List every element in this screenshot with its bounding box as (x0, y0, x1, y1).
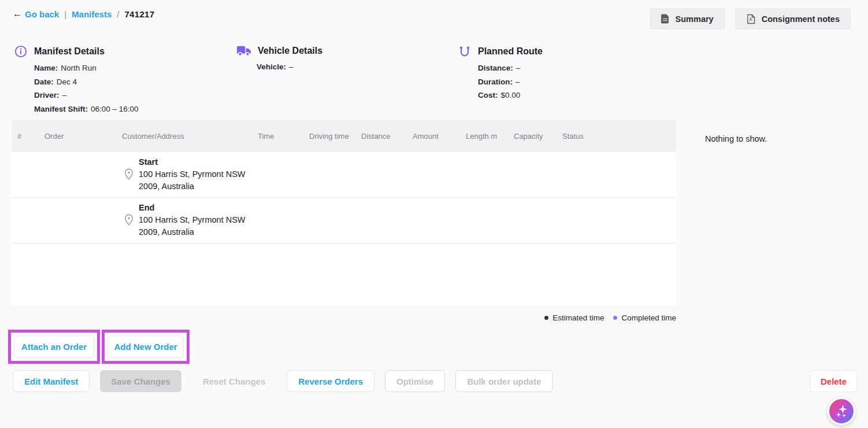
route-icon (458, 45, 471, 58)
legend-completed: Completed time (613, 313, 676, 322)
go-back-label: Go back (25, 9, 59, 19)
truck-icon (237, 45, 251, 57)
delete-button[interactable]: Delete (810, 370, 858, 392)
route-distance-field: Distance:– (478, 64, 543, 72)
col-length: Length m (466, 132, 514, 141)
pdf-file-icon (747, 14, 755, 24)
col-order: Order (44, 132, 122, 141)
time-legend: Estimated time Completed time (544, 313, 676, 322)
add-new-order-highlight-box: Add New Order (102, 330, 190, 364)
manifest-name-field: Name:North Run (34, 64, 139, 72)
completed-dot-icon (613, 316, 617, 320)
document-icon (661, 14, 669, 24)
summary-label: Summary (676, 14, 714, 24)
edit-manifest-button[interactable]: Edit Manifest (13, 370, 90, 392)
table-row-start[interactable]: Start 100 Harris St, Pyrmont NSW 2009, A… (12, 152, 676, 198)
stop-type-label: End (139, 202, 248, 214)
section-title: Vehicle Details (258, 46, 322, 56)
col-number: # (17, 132, 44, 141)
section-title: Planned Route (478, 46, 543, 57)
orders-table: # Order Customer/Address Time Driving ti… (12, 120, 676, 305)
breadcrumb: ← Go back | Manifests / 741217 (13, 9, 154, 19)
manifest-id: 741217 (124, 9, 154, 19)
info-icon (14, 45, 27, 58)
stop-type-label: Start (139, 156, 248, 168)
manifest-shift-field: Manifest Shift:06:00 – 16:00 (34, 105, 139, 113)
breadcrumb-separator: / (117, 9, 119, 19)
location-pin-icon (124, 168, 134, 193)
vehicle-field: Vehicle:– (257, 62, 322, 71)
attach-order-highlight-box: Attach an Order (8, 330, 100, 364)
col-driving-time: Driving time (309, 132, 361, 141)
reset-changes-button[interactable]: Reset Changes (192, 370, 276, 392)
legend-estimated: Estimated time (544, 313, 604, 322)
manifests-link[interactable]: Manifests (72, 9, 112, 19)
attach-an-order-button[interactable]: Attach an Order (14, 335, 94, 358)
header-actions: Summary Consignment notes (650, 8, 851, 29)
location-pin-icon (124, 214, 134, 238)
add-new-order-button[interactable]: Add New Order (107, 335, 184, 358)
vehicle-details-section: Vehicle Details Vehicle:– (237, 45, 322, 76)
section-title: Manifest Details (34, 46, 105, 57)
table-header-row: # Order Customer/Address Time Driving ti… (12, 120, 676, 152)
consignment-notes-label: Consignment notes (762, 14, 840, 24)
ai-assistant-button[interactable] (828, 397, 855, 425)
go-back-link[interactable]: ← Go back (13, 9, 59, 19)
col-customer-address: Customer/Address (122, 132, 258, 141)
col-status: Status (562, 132, 676, 141)
col-capacity: Capacity (514, 132, 562, 141)
planned-route-section: Planned Route Distance:– Duration:– Cost… (458, 45, 543, 105)
estimated-dot-icon (544, 316, 548, 320)
optimise-button[interactable]: Optimise (385, 370, 445, 392)
route-cost-field: Cost:$0.00 (478, 91, 543, 99)
footer-actions: Edit Manifest Save Changes Reset Changes… (13, 370, 553, 392)
stop-address: 100 Harris St, Pyrmont NSW 2009, Austral… (139, 214, 248, 238)
col-distance: Distance (361, 132, 413, 141)
col-amount: Amount (413, 132, 466, 141)
consignment-notes-button[interactable]: Consignment notes (735, 8, 851, 29)
back-arrow-icon: ← (13, 9, 22, 19)
sparkles-icon (833, 403, 850, 419)
col-time: Time (258, 132, 309, 141)
save-changes-button[interactable]: Save Changes (100, 370, 181, 392)
breadcrumb-separator: | (64, 9, 66, 19)
summary-button[interactable]: Summary (650, 8, 725, 29)
empty-state-message: Nothing to show. (705, 134, 767, 143)
reverse-orders-button[interactable]: Reverse Orders (287, 370, 374, 392)
stop-address: 100 Harris St, Pyrmont NSW 2009, Austral… (139, 168, 248, 193)
table-row-end[interactable]: End 100 Harris St, Pyrmont NSW 2009, Aus… (12, 198, 676, 243)
manifest-driver-field: Driver:– (34, 91, 139, 99)
bulk-order-update-button[interactable]: Bulk order update (455, 370, 552, 392)
route-duration-field: Duration:– (478, 78, 543, 86)
manifest-date-field: Date:Dec 4 (34, 78, 139, 86)
manifest-details-section: Manifest Details Name:North Run Date:Dec… (14, 45, 139, 118)
